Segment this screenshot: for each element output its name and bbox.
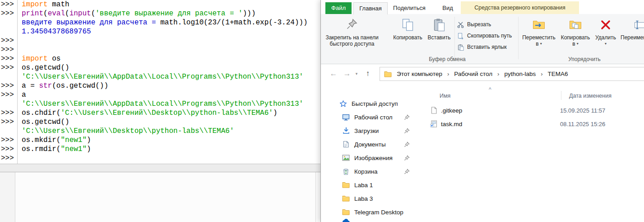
file-row[interactable]: task.md08.11.2025 15:26 [425,117,644,131]
breadcrumb-item[interactable]: TEMA6 [547,71,569,77]
file-menu-button[interactable]: Файл [325,2,352,14]
shell-code: os.getcwd() [18,63,69,72]
paste-shortcut-button[interactable]: Вставить ярлык [457,42,517,52]
copy-to-button[interactable]: Копировать в▾ [560,15,591,58]
up-button[interactable]: ↑ [362,67,373,80]
rename-button[interactable]: Переименовать [620,15,644,58]
cut-button[interactable]: Вырезать [457,19,517,29]
shell-line: введите выражение для расчета = math.log… [0,18,320,27]
delete-button[interactable]: Удалить ▾ [593,15,619,58]
prompt-gutter-separator [17,0,18,164]
shell-code: os.rmdir("new1") [18,145,91,154]
ribbon: Закрепить на панели быстрого доступа Коп… [321,14,644,64]
file-date: 15.09.2025 11:57 [560,107,605,114]
pin-icon [404,155,410,161]
copy-path-button-label: Скопировать путь [467,33,512,39]
sidebar-item-telegram-desktop[interactable]: Telegram Desktop [321,205,425,219]
file-row[interactable]: .gitkeep15.09.2025 11:57 [425,104,644,117]
shell-prompt [0,18,18,27]
sidebar-item-label: Загрузки [354,128,379,134]
breadcrumb: Этот компьютер›Рабочий стол›python-labs›… [396,71,569,77]
shell-prompt: >>> [0,118,18,127]
paste-button[interactable]: Вставить [426,15,453,58]
paste-button-label: Вставить [428,34,451,41]
sidebar-item-label: Рабочий стол [354,114,393,121]
tab-share[interactable]: Поделиться [389,2,430,14]
sidebar-item-label: Telegram Desktop [354,209,403,216]
pin-icon [404,169,410,175]
breadcrumb-item[interactable]: python-labs [503,71,537,77]
desktop-monitor-icon [342,113,350,121]
shell-code: a [18,90,26,99]
shell-code: print(eval(input('введите выражение для … [18,9,256,18]
background-window [0,172,320,222]
shell-code: os.mkdir("new1") [18,136,91,145]
dropdown-arrow-icon: ▾ [577,41,579,47]
copy-icon [401,15,415,34]
dropdown-arrow-icon: ▾ [540,41,542,47]
move-to-button[interactable]: Переместить в▾ [519,15,558,58]
breadcrumb-chevron-icon[interactable]: › [493,71,503,77]
sidebar-item-documents[interactable]: Документы [321,137,425,151]
shell-code: 'C:\\Users\\Евгений\\AppData\\Local\\Pro… [18,72,303,81]
column-header-row: ^ Имя Дата изменения [425,87,644,104]
shell-line: 1.34504378689765 [0,27,320,36]
column-header-date[interactable]: Дата изменения [569,93,612,99]
shell-line: >>> [0,45,320,54]
shell-code: 'C:\\Users\\Евгений\\AppData\\Local\\Pro… [18,99,303,109]
ribbon-separator [518,17,519,59]
sidebar-item-recycle-bin[interactable]: Корзина [321,165,425,178]
copy-path-button[interactable]: Скопировать путь [457,31,517,41]
tab-home[interactable]: Главная [353,2,388,14]
shell-horizontal-scrollbar[interactable] [0,164,320,172]
sidebar-item-label: Laba 1 [354,182,373,189]
sidebar-item-desktop[interactable]: Рабочий стол [321,110,425,124]
column-header-name[interactable]: Имя [440,93,450,99]
folder-icon [384,71,392,77]
tab-view[interactable]: Вид [435,2,461,14]
shell-code: import math [18,0,69,9]
breadcrumb-chevron-icon[interactable]: › [443,71,453,77]
copy-path-icon [457,33,464,39]
cut-button-label: Вырезать [467,21,491,28]
breadcrumb-chevron-icon[interactable]: › [537,71,547,77]
onedrive-cloud-icon [342,219,350,222]
tab-backup-tools-contextual[interactable]: Средства резервного копирования [461,1,579,14]
sidebar-item-downloads[interactable]: Загрузки [321,124,425,137]
copy-button[interactable]: Копировать [391,15,425,58]
shell-code [18,154,22,163]
sidebar-item-laba-1[interactable]: Laba 1 [321,178,425,192]
shell-line: >>>os.getcwd() [0,63,320,72]
rename-icon [634,15,644,34]
copy-to-label: Копировать [561,34,590,41]
sidebar-item-laba-3[interactable]: Laba 3 [321,192,425,205]
organize-group-label: Упорядочить [556,56,613,62]
shell-code [18,36,22,45]
file-date: 08.11.2025 15:26 [560,121,605,128]
breadcrumb-item[interactable]: Рабочий стол [453,71,493,77]
paste-shortcut-button-label: Вставить ярлык [467,44,507,50]
rename-button-label: Переименовать [621,34,644,41]
shell-line: >>>import os [0,54,320,63]
shell-output-area[interactable]: >>>import math>>>print(eval(input('введи… [0,0,320,163]
shell-prompt [0,72,18,81]
pin-to-quick-access-button[interactable]: Закрепить на панели быстрого доступа [323,15,381,58]
history-dropdown-icon[interactable]: ▾ [353,67,360,80]
sidebar-item-label: Laba 3 [354,195,373,202]
column-divider[interactable] [561,91,561,100]
address-bar[interactable]: Этот компьютер›Рабочий стол›python-labs›… [380,67,644,81]
breadcrumb-item[interactable]: Этот компьютер [396,71,443,77]
shell-line: >>>import math [0,0,320,9]
shell-prompt: >>> [0,145,18,154]
shell-prompt: >>> [0,45,18,54]
background-window-gutter [0,172,15,222]
dropdown-arrow-icon: ▾ [605,41,607,47]
sidebar-item-quick-access[interactable]: Быстрый доступ [321,97,425,110]
navigation-bar: ← → ▾ ↑ Этот компьютер›Рабочий стол›pyth… [321,64,644,84]
forward-button[interactable]: → [342,67,352,80]
shell-prompt: >>> [0,154,18,163]
back-button[interactable]: ← [328,67,339,80]
sort-ascending-icon[interactable]: ^ [489,86,491,93]
sidebar-item-pictures[interactable]: Изображения [321,151,425,165]
shell-line: 'C:\\Users\\Евгений\\Desktop\\python-lab… [0,127,320,136]
